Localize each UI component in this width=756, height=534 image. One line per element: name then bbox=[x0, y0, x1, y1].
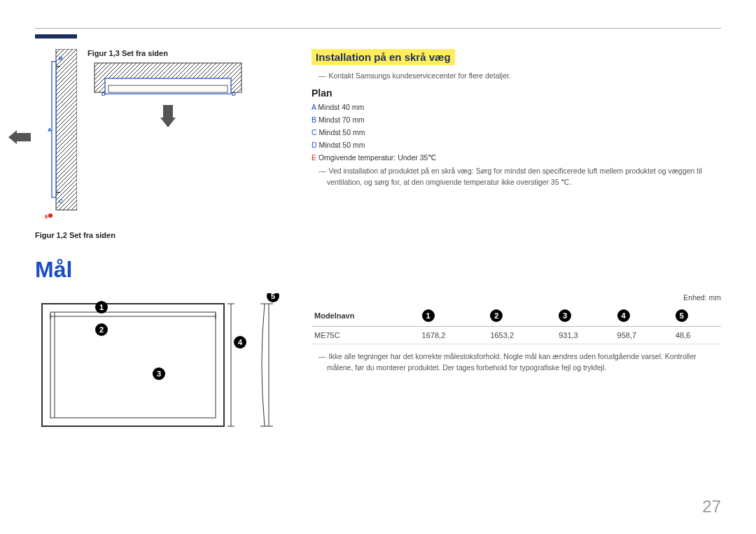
svg-point-8 bbox=[48, 213, 52, 218]
svg-text:C: C bbox=[59, 198, 63, 204]
dimensions-table: Modelnavn 1 2 3 4 5 ME75C 1678,2 1653,2 … bbox=[312, 305, 721, 344]
col-2: 2 bbox=[487, 305, 556, 327]
svg-text:1: 1 bbox=[99, 303, 104, 311]
svg-marker-17 bbox=[8, 130, 17, 144]
svg-rect-19 bbox=[50, 312, 216, 418]
svg-text:4: 4 bbox=[238, 338, 243, 346]
plan-row-a: A Mindst 40 mm bbox=[312, 103, 721, 111]
svg-text:5: 5 bbox=[271, 293, 275, 300]
install-title: Installation på en skrå væg bbox=[312, 49, 455, 65]
figure-12-caption: Figur 1,2 Set fra siden bbox=[35, 231, 294, 239]
svg-rect-0 bbox=[56, 49, 77, 210]
install-note: Kontakt Samsungs kundeservicecenter for … bbox=[312, 71, 721, 82]
svg-text:2: 2 bbox=[99, 325, 104, 334]
svg-text:A: A bbox=[48, 127, 52, 133]
plan-row-d: D Mindst 50 mm bbox=[312, 141, 721, 149]
svg-text:3: 3 bbox=[157, 370, 161, 378]
col-4: 4 bbox=[615, 305, 673, 327]
svg-text:B: B bbox=[59, 55, 63, 62]
unit-label: Enhed: mm bbox=[312, 293, 721, 302]
figure-top-view: D D bbox=[88, 57, 248, 134]
figure-side-view: B A C E bbox=[35, 49, 77, 224]
svg-text:D: D bbox=[232, 91, 236, 97]
svg-rect-16 bbox=[17, 133, 31, 141]
col-model: Modelnavn bbox=[312, 305, 419, 327]
svg-marker-15 bbox=[160, 118, 176, 127]
arrow-left-icon bbox=[7, 126, 35, 147]
mal-heading: Mål bbox=[35, 257, 721, 283]
svg-rect-1 bbox=[52, 62, 56, 197]
table-row: ME75C 1678,2 1653,2 931,3 958,7 48,6 bbox=[312, 327, 721, 344]
mal-note: Ikke alle tegninger har det korrekte mål… bbox=[312, 351, 721, 374]
col-3: 3 bbox=[556, 305, 614, 327]
svg-rect-11 bbox=[108, 85, 227, 92]
svg-rect-14 bbox=[163, 105, 173, 118]
plan-row-e: E Omgivende temperatur: Under 35℃ bbox=[312, 153, 721, 162]
col-1: 1 bbox=[419, 305, 488, 327]
plan-title: Plan bbox=[312, 87, 721, 99]
plan-install-note: Ved installation af produktet på en skrå… bbox=[312, 166, 721, 188]
svg-text:D: D bbox=[102, 91, 106, 97]
svg-rect-18 bbox=[42, 304, 224, 426]
svg-text:E: E bbox=[45, 213, 49, 220]
figure-13-caption: Figur 1,3 Set fra siden bbox=[88, 49, 294, 57]
plan-row-c: C Mindst 50 mm bbox=[312, 128, 721, 136]
plan-row-b: B Mindst 70 mm bbox=[312, 115, 721, 124]
page-number: 27 bbox=[702, 497, 721, 517]
col-5: 5 bbox=[673, 305, 721, 327]
dimension-diagram: 1 2 3 4 5 bbox=[35, 293, 294, 440]
